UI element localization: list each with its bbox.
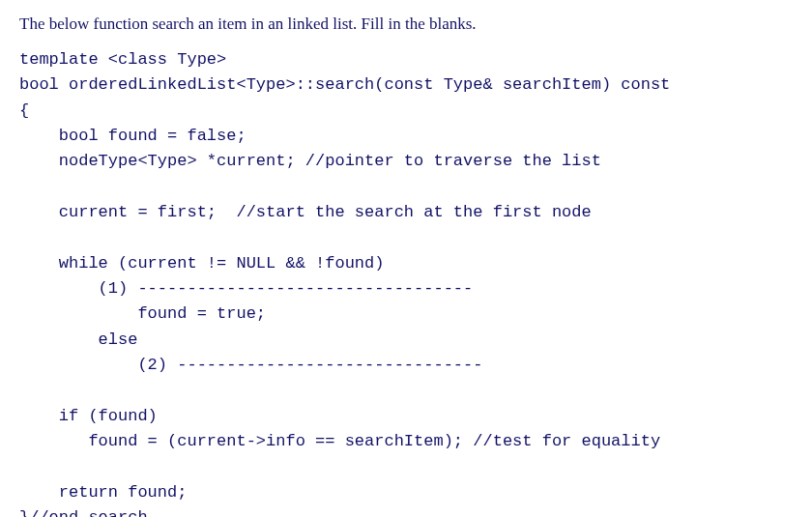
code-line: found = true; bbox=[19, 304, 266, 323]
code-line-blank-1: (1) ---------------------------------- bbox=[19, 279, 473, 298]
question-prompt: The below function search an item in an … bbox=[19, 14, 793, 36]
code-block: template <class Type> bool orderedLinked… bbox=[19, 47, 793, 517]
code-line: found = (current->info == searchItem); /… bbox=[19, 432, 660, 450]
code-line: bool orderedLinkedList<Type>::search(con… bbox=[19, 75, 670, 94]
code-line: current = first; //start the search at t… bbox=[19, 203, 592, 221]
code-line: bool found = false; bbox=[19, 127, 246, 145]
code-line: return found; bbox=[19, 483, 187, 502]
code-line: while (current != NULL && !found) bbox=[19, 254, 384, 273]
code-line-blank-2: (2) ------------------------------- bbox=[19, 356, 482, 374]
question-page: The below function search an item in an … bbox=[0, 0, 812, 517]
code-line: }//end search bbox=[19, 508, 148, 517]
code-line: { bbox=[19, 101, 29, 120]
code-line: template <class Type> bbox=[19, 50, 226, 69]
code-line: nodeType<Type> *current; //pointer to tr… bbox=[19, 152, 601, 170]
code-line: if (found) bbox=[19, 407, 158, 425]
code-line: else bbox=[19, 330, 137, 349]
